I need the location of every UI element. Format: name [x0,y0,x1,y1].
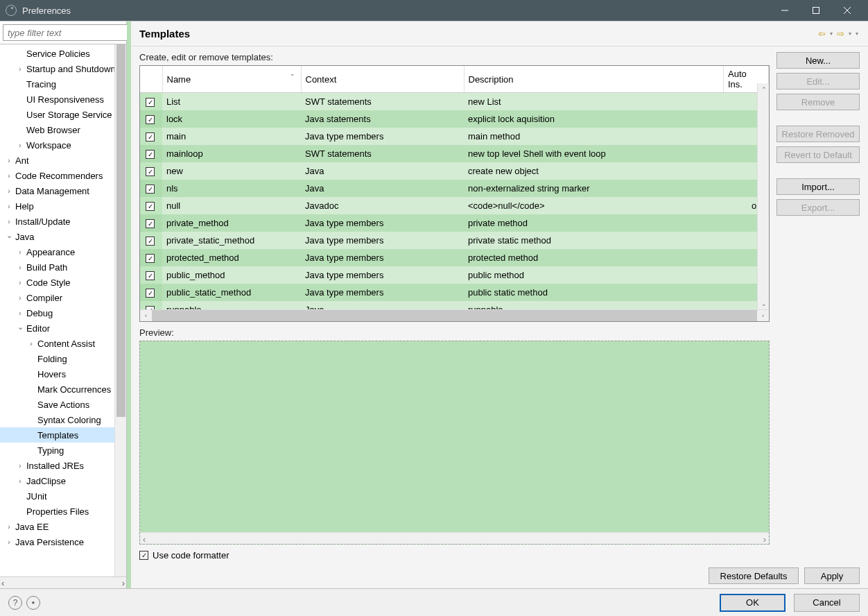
expander-icon[interactable] [4,216,14,226]
table-hscrollbar[interactable]: ‹› [140,309,769,321]
row-checkbox[interactable] [146,202,155,211]
ok-button[interactable]: OK [720,594,785,612]
expander-icon[interactable] [15,293,25,302]
expander-icon[interactable] [4,232,14,241]
tree-item[interactable]: JadClipse [0,473,126,488]
tree-item[interactable]: Java EE [0,519,126,534]
tree-item[interactable]: Install/Update [0,214,126,229]
tree-item[interactable]: User Storage Service [0,107,126,122]
col-description-header[interactable]: Description [464,66,724,93]
expander-icon[interactable] [15,262,25,272]
templates-table[interactable]: Name⌄ Context Description Auto Ins. List… [139,65,770,322]
tree-item[interactable]: Startup and Shutdown [0,61,126,76]
table-row[interactable]: nlsJavanon-externalized string marker [140,180,769,197]
tree-item[interactable]: Code Style [0,275,126,290]
filter-input[interactable] [3,24,130,41]
expander-icon[interactable] [15,461,25,470]
help-icon[interactable]: ? [8,596,22,610]
expander-icon[interactable] [4,522,14,531]
minimize-button[interactable] [769,0,800,21]
new-button[interactable]: New... [776,52,860,69]
remove-button[interactable]: Remove [776,94,860,110]
row-checkbox[interactable] [146,289,155,298]
expander-icon[interactable] [15,277,25,287]
table-row[interactable]: private_static_methodJava type memberspr… [140,232,769,249]
import-button[interactable]: Import... [776,178,860,195]
tree-item[interactable]: Folding [0,351,126,366]
col-context-header[interactable]: Context [301,66,464,93]
expander-icon[interactable] [4,171,14,180]
tree-item[interactable]: Java [0,229,126,244]
row-checkbox[interactable] [146,185,155,194]
row-checkbox[interactable] [146,167,155,176]
apply-button[interactable]: Apply [804,567,860,584]
edit-button[interactable]: Edit... [776,73,860,89]
row-checkbox[interactable] [146,237,155,246]
nav-history[interactable]: ⇦▾ ⇨▾ ▾ [817,28,860,39]
use-code-formatter-checkbox[interactable]: Use code formatter [139,550,770,561]
table-row[interactable]: private_methodJava type membersprivate m… [140,214,769,232]
table-row[interactable]: public_methodJava type memberspublic met… [140,266,769,284]
tree-item[interactable]: Mark Occurrences [0,382,126,397]
row-checkbox[interactable] [146,271,155,280]
close-button[interactable] [831,0,862,21]
tree-item[interactable]: Properties Files [0,504,126,519]
row-checkbox[interactable] [146,132,155,142]
expander-icon[interactable] [4,186,14,196]
expander-icon[interactable] [15,323,25,333]
maximize-button[interactable] [800,0,831,21]
col-name-header[interactable]: Name [167,74,191,85]
row-checkbox[interactable] [146,150,155,159]
export-button[interactable]: Export... [776,199,860,216]
restore-defaults-button[interactable]: Restore Defaults [709,567,799,584]
tree-item[interactable]: UI Responsiveness [0,92,126,107]
tree-item[interactable]: Syntax Coloring [0,412,126,427]
table-row[interactable]: protected_methodJava type membersprotect… [140,249,769,266]
row-checkbox[interactable] [146,98,155,107]
restore-removed-button[interactable]: Restore Removed [776,126,860,142]
tree-item[interactable]: Installed JREs [0,458,126,473]
table-row[interactable]: ListSWT statementsnew List [140,93,769,110]
tree-item[interactable]: Build Path [0,259,126,275]
expander-icon[interactable] [4,201,14,211]
nav-forward-icon[interactable]: ⇨ [835,28,846,39]
tree-item[interactable]: Web Browser [0,122,126,137]
table-row[interactable]: public_static_methodJava type memberspub… [140,284,769,301]
record-icon[interactable]: ● [26,596,40,610]
tree-item[interactable]: Templates [0,427,126,443]
expander-icon[interactable] [15,308,25,318]
tree-item[interactable]: Tracing [0,76,126,92]
tree-item[interactable]: Appearance [0,244,126,259]
expander-icon[interactable] [26,339,36,348]
expander-icon[interactable] [15,140,25,150]
preview-hscrollbar[interactable]: ‹› [140,532,769,544]
expander-icon[interactable] [15,247,25,257]
tree-item[interactable]: Ant [0,153,126,168]
cancel-button[interactable]: Cancel [794,594,860,612]
tree-hscrollbar[interactable]: ‹› [0,576,126,588]
tree-item[interactable]: Java Persistence [0,534,126,549]
tree-item[interactable]: Hovers [0,366,126,382]
expander-icon[interactable] [4,537,14,547]
row-checkbox[interactable] [146,219,155,228]
tree-item[interactable]: Workspace [0,137,126,153]
table-row[interactable]: nullJavadoc<code>null</code>on [140,197,769,214]
row-checkbox[interactable] [146,115,155,124]
table-row[interactable]: lockJava statementsexplicit lock aquisit… [140,110,769,128]
tree-item[interactable]: Help [0,198,126,214]
tree-vscrollbar[interactable]: ⌃ [114,44,126,576]
table-row[interactable]: mainJava type membersmain method [140,128,769,145]
tree-item[interactable]: Save Actions [0,397,126,412]
tree-item[interactable]: Service Policies [0,46,126,61]
table-row[interactable]: mainloopSWT statementsnew top level Shel… [140,145,769,162]
table-row[interactable]: newJavacreate new object [140,162,769,180]
tree-item[interactable]: Compiler [0,290,126,305]
expander-icon[interactable] [4,155,14,165]
row-checkbox[interactable] [146,306,155,310]
nav-back-icon[interactable]: ⇦ [817,28,827,39]
tree-item[interactable]: Data Management [0,183,126,198]
tree-item[interactable]: Debug [0,305,126,320]
revert-default-button[interactable]: Revert to Default [776,146,860,163]
tree-item[interactable]: Content Assist [0,336,126,351]
tree-item[interactable]: Code Recommenders [0,168,126,183]
